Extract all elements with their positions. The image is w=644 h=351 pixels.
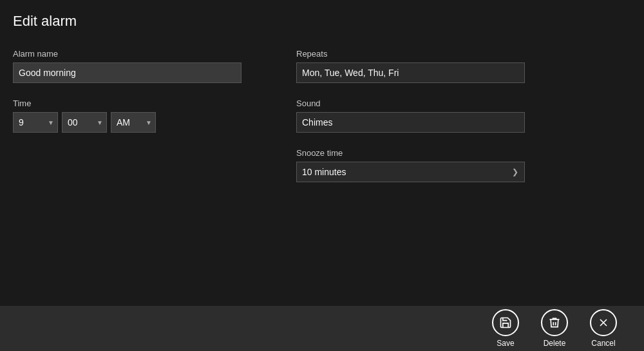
ampm-select[interactable]: AMPM xyxy=(111,112,156,133)
snooze-group: Snooze time 5 minutes 10 minutes 15 minu… xyxy=(296,148,631,182)
save-label: Save xyxy=(497,339,514,348)
page-title: Edit alarm xyxy=(13,13,631,30)
delete-icon xyxy=(541,309,568,336)
save-icon xyxy=(492,309,519,336)
snooze-select[interactable]: 5 minutes 10 minutes 15 minutes 20 minut… xyxy=(296,162,525,182)
alarm-name-group: Alarm name xyxy=(13,49,258,83)
time-row: 1234 5678 9101112 ▼ 00051015 20253035 40… xyxy=(13,112,258,133)
cancel-label: Cancel xyxy=(591,339,615,348)
minute-wrapper: 00051015 20253035 40455055 ▼ xyxy=(62,112,107,133)
delete-button[interactable]: Delete xyxy=(533,305,576,351)
ampm-wrapper: AMPM ▼ xyxy=(111,112,156,133)
sound-input[interactable] xyxy=(296,112,525,133)
time-group: Time 1234 5678 9101112 ▼ 00051015 202 xyxy=(13,99,258,133)
left-column: Alarm name Time 1234 5678 9101112 ▼ xyxy=(13,49,258,198)
hour-select[interactable]: 1234 5678 9101112 xyxy=(13,112,58,133)
delete-label: Delete xyxy=(544,339,566,348)
sound-label: Sound xyxy=(296,99,631,108)
cancel-button[interactable]: Cancel xyxy=(582,305,625,351)
save-button[interactable]: Save xyxy=(484,305,527,351)
alarm-name-input[interactable] xyxy=(13,62,242,83)
bottom-bar: Save Delete Cancel xyxy=(0,306,644,351)
sound-group: Sound xyxy=(296,99,631,133)
repeats-group: Repeats xyxy=(296,49,631,83)
content-layout: Alarm name Time 1234 5678 9101112 ▼ xyxy=(13,49,631,198)
repeats-label: Repeats xyxy=(296,49,631,59)
right-column: Repeats Sound Snooze time 5 minutes 10 m… xyxy=(296,49,631,198)
alarm-name-label: Alarm name xyxy=(13,49,258,59)
snooze-label: Snooze time xyxy=(296,148,631,158)
main-area: Edit alarm Alarm name Time 1234 5678 910… xyxy=(0,0,644,306)
time-label: Time xyxy=(13,99,258,108)
cancel-icon xyxy=(590,309,617,336)
hour-wrapper: 1234 5678 9101112 ▼ xyxy=(13,112,58,133)
repeats-input[interactable] xyxy=(296,62,525,83)
minute-select[interactable]: 00051015 20253035 40455055 xyxy=(62,112,107,133)
snooze-wrapper: 5 minutes 10 minutes 15 minutes 20 minut… xyxy=(296,162,525,182)
